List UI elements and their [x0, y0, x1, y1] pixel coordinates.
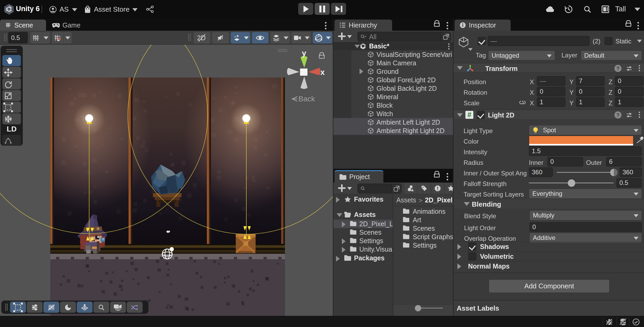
svg-text:y: y: [302, 49, 306, 57]
svg-text:Back: Back: [298, 95, 315, 103]
svg-text:x: x: [320, 68, 325, 76]
svg-text:Y: Y: [36, 38, 39, 42]
